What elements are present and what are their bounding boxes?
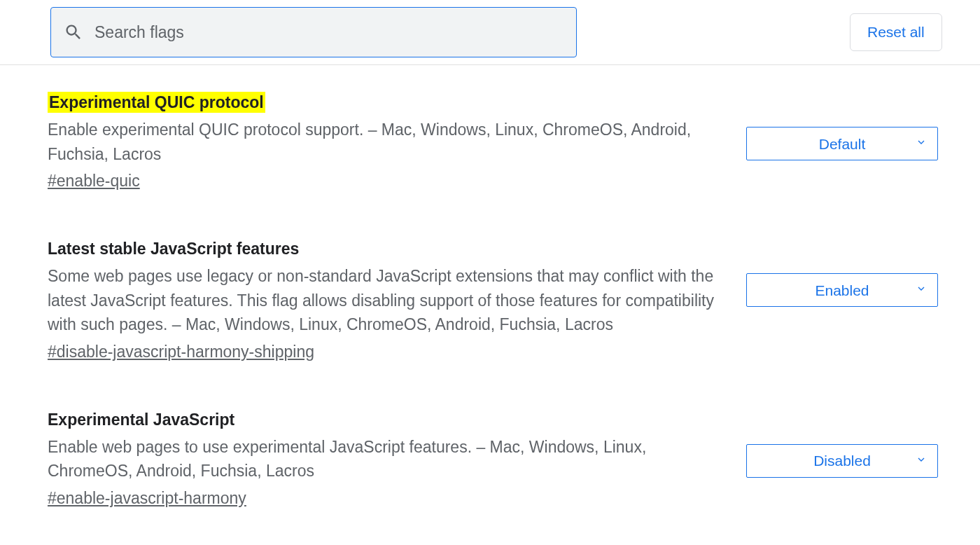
flag-id-link[interactable]: #disable-javascript-harmony-shipping xyxy=(48,343,314,361)
flag-description: Enable web pages to use experimental Jav… xyxy=(48,435,727,483)
flags-content: Experimental QUIC protocol Enable experi… xyxy=(0,65,980,508)
flag-title: Experimental QUIC protocol xyxy=(48,92,265,113)
flag-title: Latest stable JavaScript features xyxy=(48,240,299,258)
flag-entry: Experimental QUIC protocol Enable experi… xyxy=(48,93,938,191)
flag-state-select[interactable]: Default xyxy=(746,127,938,160)
flag-text-block: Experimental QUIC protocol Enable experi… xyxy=(48,93,727,191)
flag-description: Enable experimental QUIC protocol suppor… xyxy=(48,118,727,166)
flag-id-link[interactable]: #enable-quic xyxy=(48,172,140,191)
flag-id-link[interactable]: #enable-javascript-harmony xyxy=(48,489,246,508)
reset-all-button[interactable]: Reset all xyxy=(850,13,942,51)
flag-entry: Experimental JavaScript Enable web pages… xyxy=(48,411,938,508)
flag-select-wrapper: Default xyxy=(746,127,938,160)
flag-state-select[interactable]: Disabled xyxy=(746,444,938,478)
flag-select-wrapper: Enabled xyxy=(746,273,938,307)
flag-title: Experimental JavaScript xyxy=(48,411,234,429)
flag-description: Some web pages use legacy or non-standar… xyxy=(48,264,727,337)
flag-entry: Latest stable JavaScript features Some w… xyxy=(48,240,938,361)
flag-text-block: Latest stable JavaScript features Some w… xyxy=(48,240,727,361)
header-bar: Reset all xyxy=(0,0,980,65)
search-input[interactable] xyxy=(94,23,564,42)
flag-select-wrapper: Disabled xyxy=(746,444,938,478)
search-container[interactable] xyxy=(50,7,577,57)
search-icon xyxy=(64,22,83,42)
flag-state-select[interactable]: Enabled xyxy=(746,273,938,307)
flag-text-block: Experimental JavaScript Enable web pages… xyxy=(48,411,727,508)
